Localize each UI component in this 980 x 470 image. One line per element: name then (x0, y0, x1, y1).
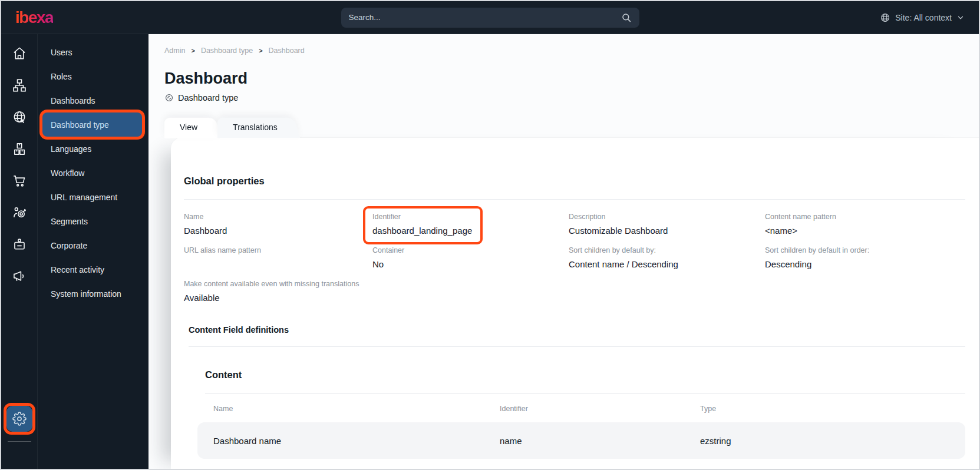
tab-translations[interactable]: Translations (217, 116, 293, 138)
ibexa-logo[interactable]: ibexa (15, 9, 53, 26)
field-sort-children-by: Sort children by default by: Content nam… (569, 246, 765, 270)
page-header: Admin > Dashboard type > Dashboard Dashb… (149, 34, 979, 102)
page-subtitle: Dashboard type (164, 93, 961, 102)
breadcrumb-dashboard-type[interactable]: Dashboard type (201, 47, 253, 55)
table-row[interactable]: Dashboard name name ezstring (197, 422, 965, 459)
page-title: Dashboard (164, 69, 961, 88)
megaphone-icon[interactable] (4, 260, 35, 292)
field-identifier: Identifier dashboard_landing_page (372, 213, 569, 236)
sidebar-item-system-information[interactable]: System information (38, 282, 149, 306)
sidebar-item-dashboards[interactable]: Dashboards (38, 88, 149, 112)
breadcrumb-admin[interactable]: Admin (164, 47, 185, 55)
global-search[interactable] (341, 8, 639, 28)
sidebar-item-roles[interactable]: Roles (38, 64, 149, 88)
field-container: Container No (372, 246, 569, 270)
target-person-icon[interactable] (4, 197, 35, 229)
field-sort-children-order: Sort children by default in order: Desce… (765, 246, 965, 270)
site-selector-label: Site: All context (895, 13, 952, 22)
column-header-type: Type (700, 405, 965, 413)
rail-divider (8, 441, 31, 442)
cell-field-type: ezstring (700, 436, 965, 446)
search-icon[interactable] (621, 12, 632, 23)
page-subtitle-label: Dashboard type (178, 93, 238, 102)
tab-bar: View Translations (149, 116, 979, 138)
badge-icon[interactable] (4, 229, 35, 260)
main-content: Admin > Dashboard type > Dashboard Dashb… (149, 34, 979, 469)
annotation-box-identifier: Identifier dashboard_landing_page (365, 208, 480, 242)
field-url-alias-name-pattern: URL alias name pattern (184, 246, 372, 270)
icon-rail (1, 34, 38, 469)
content-group: Content Name Identifier Type Dashboard n… (205, 369, 965, 459)
breadcrumb-separator: > (191, 47, 194, 54)
section-divider (189, 346, 965, 347)
column-header-name: Name (213, 405, 500, 413)
field-content-name-pattern: Content name pattern <name> (765, 213, 965, 236)
global-properties-grid: Name Dashboard Identifier dashboard_land… (184, 213, 965, 303)
field-name: Name Dashboard (184, 213, 372, 236)
sidebar-item-corporate[interactable]: Corporate (38, 233, 149, 257)
annotation-box-gear (6, 406, 32, 432)
content-field-definitions-heading: Content Field definitions (189, 325, 965, 335)
boxes-icon[interactable] (4, 133, 35, 165)
tab-panel: Global properties Name Dashboard Identif… (171, 138, 979, 469)
field-description: Description Customizable Dashboard (569, 213, 765, 236)
gear-icon[interactable] (6, 406, 32, 432)
home-icon[interactable] (4, 38, 35, 69)
sidebar-item-workflow[interactable]: Workflow (38, 161, 149, 185)
top-bar: ibexa Site: All context (1, 1, 979, 34)
field-table-header: Name Identifier Type (205, 405, 965, 413)
breadcrumb: Admin > Dashboard type > Dashboard (164, 47, 961, 55)
sidebar-item-segments[interactable]: Segments (38, 209, 149, 233)
admin-sidebar: Users Roles Dashboards Dashboard type La… (38, 34, 149, 469)
content-type-icon (164, 93, 174, 102)
field-availability: Make content available even with missing… (184, 280, 569, 303)
app-window: ibexa Site: All context (0, 0, 980, 470)
search-input[interactable] (349, 13, 621, 22)
sidebar-item-dashboard-type[interactable]: Dashboard type (42, 112, 142, 137)
sidebar-item-users[interactable]: Users (38, 40, 149, 64)
section-divider (205, 393, 965, 394)
content-group-heading: Content (205, 369, 965, 380)
sitemap-icon[interactable] (4, 69, 35, 101)
sidebar-item-url-management[interactable]: URL management (38, 185, 149, 209)
globe-icon (880, 12, 890, 23)
global-properties-heading: Global properties (184, 176, 965, 187)
cell-field-identifier: name (500, 436, 700, 446)
globe-cursor-icon[interactable] (4, 101, 35, 133)
section-divider (184, 199, 965, 200)
sidebar-item-languages[interactable]: Languages (38, 137, 149, 161)
breadcrumb-separator: > (259, 47, 262, 54)
cart-icon[interactable] (4, 165, 35, 197)
content-field-definitions-section: Content Field definitions Content Name I… (189, 325, 965, 459)
breadcrumb-dashboard[interactable]: Dashboard (269, 47, 305, 55)
cell-field-name: Dashboard name (213, 436, 500, 446)
tab-view[interactable]: View (164, 116, 213, 138)
site-context-selector[interactable]: Site: All context (880, 12, 965, 23)
chevron-down-icon (956, 14, 965, 22)
column-header-identifier: Identifier (500, 405, 700, 413)
sidebar-item-recent-activity[interactable]: Recent activity (38, 257, 149, 282)
